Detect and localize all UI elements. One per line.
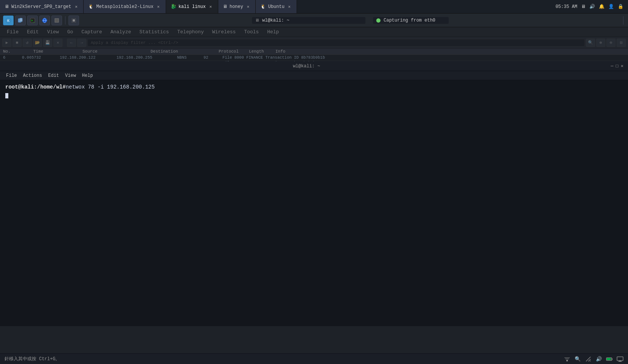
svg-rect-20 [618, 361, 622, 362]
ws-menu-tools[interactable]: Tools [240, 28, 263, 36]
ws-menu-view[interactable]: View [43, 28, 62, 36]
speaker-icon: 🔊 [589, 4, 595, 9]
terminal-cursor [5, 93, 8, 98]
tmenu-file[interactable]: File [3, 73, 20, 79]
monitor-icon: 🖥 [581, 4, 586, 9]
clock: 05:35 AM [555, 4, 577, 9]
ws-zoom-reset-icon[interactable]: ⊡ [617, 39, 626, 47]
terminal-maximize[interactable]: □ [616, 64, 619, 69]
tab-meta-label: Metasploitable2-Linux [96, 4, 153, 9]
tmenu-view[interactable]: View [62, 73, 79, 79]
terminal-content[interactable]: root@kali:/home/wl# netwox 78 -i 192.168… [0, 80, 628, 250]
battery-icon [606, 356, 613, 362]
kali-button[interactable]: K [3, 16, 14, 25]
ws-restart-btn[interactable]: ↺ [23, 39, 32, 47]
separator2 [623, 16, 623, 25]
ws-save-btn[interactable]: 💾 [43, 39, 52, 47]
ws-table-header: No. Time Source Destination Protocol Len… [0, 48, 628, 55]
resize-icon [585, 356, 592, 362]
col-dest: Destination [151, 49, 219, 54]
tab-win2k-label: Win2kServer_SP0_target [11, 4, 71, 9]
col-time: Time [33, 49, 82, 54]
tab-honey-label: honey [230, 4, 243, 9]
statusbar: 針移入其中或按 Ctrl+G。 🔍 🔊 [0, 353, 628, 364]
terminal-prompt: root@kali:/home/wl# [5, 84, 66, 90]
browser-button[interactable] [39, 16, 50, 25]
ws-close-btn[interactable]: ✕ [53, 39, 62, 47]
ws-stop-btn[interactable]: ■ [12, 39, 22, 47]
terminal-minimize[interactable]: — [611, 64, 613, 69]
tab-ubuntu-close[interactable]: ✕ [287, 4, 292, 9]
tmenu-actions[interactable]: Actions [20, 73, 45, 79]
ws-zoom-in-icon[interactable]: ⊕ [596, 39, 605, 47]
terminal-window: wl@kali: ~ — □ ✕ File Actions Edit View … [0, 61, 628, 326]
svg-rect-9 [55, 19, 59, 22]
address-label: wl@kali: ~ [262, 18, 289, 23]
ws-icon-toolbar: ▶ ■ ↺ 📂 💾 ✕ ← → Apply a display filter .… [0, 37, 628, 48]
ws-zoom-out-icon[interactable]: ⊖ [606, 39, 616, 47]
col-proto: Protocol [219, 49, 249, 54]
ws-open-btn[interactable]: 📂 [33, 39, 42, 47]
ws-menu-file[interactable]: File [3, 28, 22, 36]
tab-kali-icon: 🐉 [171, 4, 176, 9]
ws-filter-bar[interactable]: Apply a display filter ... <Ctrl-/> [87, 39, 585, 47]
tab-honey-close[interactable]: ✕ [246, 4, 251, 9]
ws-back-btn[interactable]: ← [67, 39, 76, 47]
svg-rect-11 [73, 19, 75, 22]
ws-row-1[interactable]: 6 0.065732 192.168.200.122 192.168.200.2… [0, 55, 628, 60]
ws-menu-edit[interactable]: Edit [23, 28, 42, 36]
tab-meta-close[interactable]: ✕ [156, 4, 161, 9]
tab-ubuntu[interactable]: 🐧 Ubuntu ✕ [256, 0, 297, 13]
terminal-cursor-line [5, 92, 623, 98]
tmenu-edit[interactable]: Edit [45, 73, 62, 79]
tab-win2k[interactable]: 🖥 Win2kServer_SP0_target ✕ [0, 0, 84, 13]
ws-menu-capture[interactable]: Capture [78, 28, 106, 36]
address-area: 🖥 wl@kali: ~ [252, 17, 365, 24]
tab-win2k-close[interactable]: ✕ [73, 4, 79, 9]
address-icon: 🖥 [255, 18, 259, 23]
ws-menu-telephony[interactable]: Telephony [174, 28, 208, 36]
ws-menu-wireless[interactable]: Wireless [208, 28, 239, 36]
svg-rect-16 [612, 358, 612, 360]
col-info: Info [275, 49, 625, 54]
search-icon[interactable]: 🔍 [574, 356, 581, 362]
svg-rect-13 [565, 359, 569, 359]
svg-rect-19 [619, 361, 621, 361]
terminal-menubar: File Actions Edit View Help [0, 71, 628, 80]
speaker2-icon[interactable]: 🔊 [595, 356, 602, 362]
ws-menu-go[interactable]: Go [64, 28, 77, 36]
tab-kali-close[interactable]: ✕ [208, 4, 213, 9]
ws-menu-statistics[interactable]: Statistics [135, 28, 173, 36]
files-button[interactable] [15, 16, 26, 25]
svg-text:>_: >_ [31, 19, 35, 22]
svg-rect-12 [566, 360, 568, 361]
ws-start-btn[interactable]: ▶ [2, 39, 11, 47]
tmenu-help[interactable]: Help [79, 73, 96, 79]
system-toolbar: K >_ 🖥 wl@kali: ~ [0, 14, 628, 27]
tab-honey[interactable]: 🖥 honey ✕ [218, 0, 256, 13]
square1-button[interactable] [51, 16, 62, 25]
ws-search-icon[interactable]: 🔍 [586, 39, 595, 47]
view-button[interactable] [68, 16, 79, 25]
statusbar-right: 🔍 🔊 [564, 356, 623, 362]
ws-filter-text: Apply a display filter ... <Ctrl-/> [91, 40, 178, 45]
ws-menubar: File Edit View Go Capture Analyze Statis… [0, 27, 628, 37]
terminal-command: netwox 78 -i 192.168.200.125 [66, 84, 155, 90]
ws-menu-analyze[interactable]: Analyze [107, 28, 135, 36]
capture-icon: ⬤ [376, 18, 381, 23]
tab-kali[interactable]: 🐉 kali linux ✕ [166, 0, 218, 13]
col-source: Source [82, 49, 151, 54]
col-no: No. [3, 49, 33, 54]
bell-icon: 🔔 [599, 4, 605, 9]
terminal-titlebar: wl@kali: ~ — □ ✕ [0, 61, 628, 71]
col-len: Length [249, 49, 275, 54]
terminal-close[interactable]: ✕ [621, 63, 623, 69]
taskbar-tabs: 🖥 Win2kServer_SP0_target ✕ 🐧 Metasploita… [0, 0, 551, 13]
ws-fwd-btn[interactable]: → [77, 39, 86, 47]
screen2-icon [617, 356, 623, 362]
network-icon [564, 356, 570, 362]
ws-menu-help[interactable]: Help [263, 28, 283, 36]
tab-metasploitable[interactable]: 🐧 Metasploitable2-Linux ✕ [84, 0, 166, 13]
terminal-prompt-line: root@kali:/home/wl# netwox 78 -i 192.168… [5, 84, 623, 90]
terminal-button[interactable]: >_ [27, 16, 38, 25]
